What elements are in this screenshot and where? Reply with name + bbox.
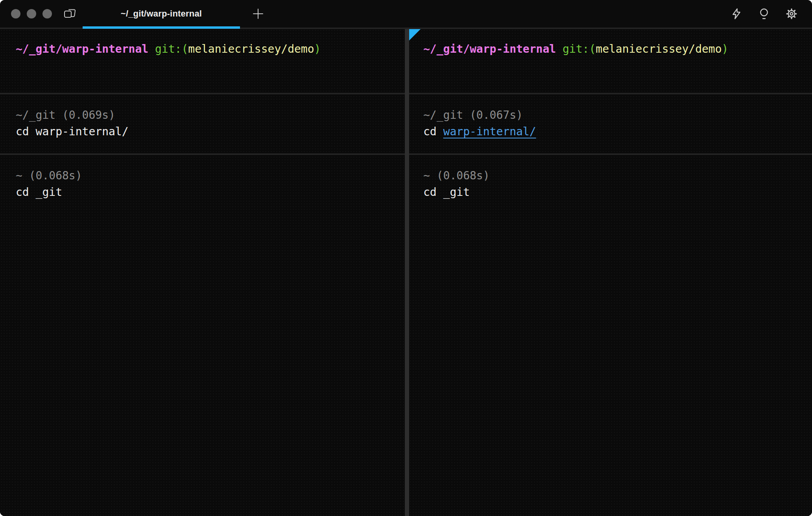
block-header: ~(0.068s) [16,168,395,183]
launch-config-icon[interactable] [62,6,78,22]
warp-terminal-window: ~/_git/warp-internal [0,0,812,516]
prompt-path: ~/_git/warp-internal [16,42,148,55]
active-tab-indicator [83,26,240,29]
block-context: ~ [16,169,22,182]
block-duration: (0.068s) [29,169,82,182]
window-titlebar: ~/_git/warp-internal [0,0,812,29]
block-header: ~(0.068s) [423,168,803,183]
git-prefix: git:( [563,42,596,55]
command-arg: _git [443,186,470,199]
tab-warp-internal[interactable]: ~/_git/warp-internal [83,0,240,28]
lightning-icon[interactable] [729,6,744,22]
command-text: cd [16,186,29,199]
git-suffix: ) [314,42,321,55]
tab-title: ~/_git/warp-internal [121,9,202,19]
block-context: ~/_git [16,109,55,122]
command-arg-link[interactable]: warp-internal/ [443,125,536,138]
command-block[interactable]: ~(0.068s) cd_git [0,155,405,214]
command-line: cd_git [16,185,395,200]
prompt-path: ~/_git/warp-internal [423,42,556,55]
git-suffix: ) [722,42,729,55]
command-arg: _git [36,186,62,199]
command-line: cdwarp-internal/ [423,124,803,139]
prompt-block[interactable]: ~/_git/warp-internalgit:(melaniecrissey/… [0,29,405,94]
gear-icon[interactable] [784,6,799,22]
command-text: cd [423,186,437,199]
close-window-button[interactable] [11,9,20,18]
block-header: ~/_git(0.067s) [423,108,803,123]
block-context: ~ [423,169,430,182]
block-context: ~/_git [423,109,463,122]
terminal-pane-right[interactable]: ~/_git/warp-internalgit:(melaniecrissey/… [409,29,812,516]
prompt-block[interactable]: ~/_git/warp-internalgit:(melaniecrissey/… [409,29,812,94]
command-arg: warp-internal/ [36,125,129,138]
git-prefix: git:( [155,42,188,55]
minimize-window-button[interactable] [27,9,36,18]
block-duration: (0.069s) [62,109,115,122]
lightbulb-icon[interactable] [756,6,772,22]
traffic-lights [11,9,52,18]
prompt-line: ~/_git/warp-internalgit:(melaniecrissey/… [423,42,803,57]
command-text: cd [16,125,29,138]
block-duration: (0.068s) [437,169,490,182]
command-line: cd_git [423,185,803,200]
git-branch: melaniecrissey/demo [188,42,314,55]
terminal-pane-left[interactable]: ~/_git/warp-internalgit:(melaniecrissey/… [0,29,405,516]
zoom-window-button[interactable] [42,9,52,18]
active-pane-indicator [409,29,421,41]
block-duration: (0.067s) [470,109,523,122]
git-branch: melaniecrissey/demo [596,42,722,55]
command-text: cd [423,125,437,138]
command-block[interactable]: ~/_git(0.067s) cdwarp-internal/ [409,94,812,155]
command-line: cdwarp-internal/ [16,124,395,139]
prompt-line: ~/_git/warp-internalgit:(melaniecrissey/… [16,42,395,57]
new-tab-button[interactable] [250,6,266,22]
block-header: ~/_git(0.069s) [16,108,395,123]
command-block[interactable]: ~/_git(0.069s) cdwarp-internal/ [0,94,405,155]
titlebar-actions [729,6,799,22]
terminal-workspace: ~/_git/warp-internalgit:(melaniecrissey/… [0,29,812,516]
pane-divider[interactable] [405,29,409,516]
command-block[interactable]: ~(0.068s) cd_git [409,155,812,214]
